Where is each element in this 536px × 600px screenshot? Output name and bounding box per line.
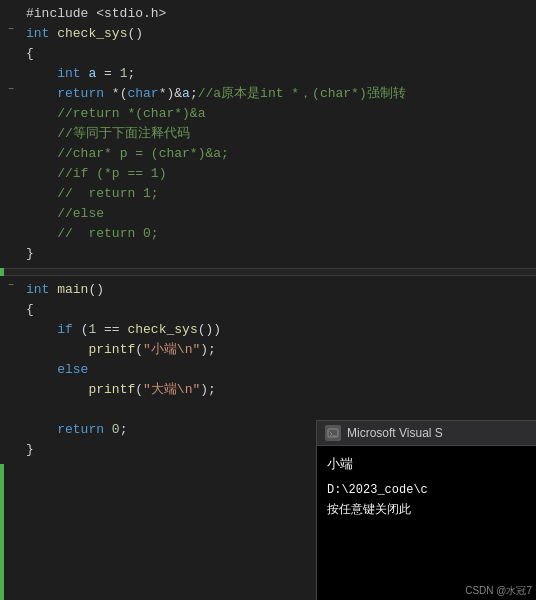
section-divider: [0, 268, 536, 276]
popup-title-bar: Microsoft Visual S: [317, 421, 536, 446]
terminal-icon: [325, 425, 341, 441]
line-content: {: [22, 300, 536, 320]
code-line: {: [0, 300, 536, 320]
csdn-watermark: CSDN @水冠7: [465, 584, 532, 598]
line-content: printf("大端\n");: [22, 380, 536, 400]
code-line: #include <stdio.h>: [0, 4, 536, 24]
code-line: if (1 == check_sys()): [0, 320, 536, 340]
code-line: int a = 1;: [0, 64, 536, 84]
line-content: printf("小端\n");: [22, 340, 536, 360]
code-line: − int main(): [0, 280, 536, 300]
collapse-icon[interactable]: −: [5, 24, 17, 36]
code-line: [0, 400, 536, 420]
code-line: //return *(char*)&a: [0, 104, 536, 124]
line-content: //else: [22, 204, 536, 224]
popup-output: 小端: [327, 454, 526, 476]
line-content: {: [22, 44, 536, 64]
popup-content: 小端 D:\2023_code\c 按任意键关闭此: [317, 446, 536, 528]
popup-title: Microsoft Visual S: [347, 426, 443, 440]
popup-path: D:\2023_code\c: [327, 480, 526, 500]
collapse-icon[interactable]: −: [5, 84, 17, 96]
gutter-collapse[interactable]: −: [0, 84, 22, 96]
code-line: //if (*p == 1): [0, 164, 536, 184]
terminal-popup: Microsoft Visual S 小端 D:\2023_code\c 按任意…: [316, 420, 536, 600]
line-content: }: [22, 244, 536, 264]
code-line: //char* p = (char*)&a;: [0, 144, 536, 164]
line-content: //if (*p == 1): [22, 164, 536, 184]
line-content: int check_sys(): [22, 24, 536, 44]
code-line: //else: [0, 204, 536, 224]
code-line: − int check_sys(): [0, 24, 536, 44]
code-line: //等同于下面注释代码: [0, 124, 536, 144]
code-line: // return 1;: [0, 184, 536, 204]
code-line: − return *(char*)&a;//a原本是int *，(char*)强…: [0, 84, 536, 104]
line-content: return *(char*)&a;//a原本是int *，(char*)强制转: [22, 84, 536, 104]
line-content: //char* p = (char*)&a;: [22, 144, 536, 164]
line-content: // return 0;: [22, 224, 536, 244]
code-line: // return 0;: [0, 224, 536, 244]
line-content: #include <stdio.h>: [22, 4, 536, 24]
line-content: else: [22, 360, 536, 380]
line-content: // return 1;: [22, 184, 536, 204]
gutter-collapse[interactable]: −: [0, 280, 22, 292]
code-section-1: #include <stdio.h> − int check_sys() { i…: [0, 0, 536, 268]
line-content: if (1 == check_sys()): [22, 320, 536, 340]
popup-close-hint: 按任意键关闭此: [327, 500, 526, 520]
line-content: //return *(char*)&a: [22, 104, 536, 124]
line-content: [22, 400, 536, 420]
code-line: {: [0, 44, 536, 64]
collapse-icon[interactable]: −: [5, 280, 17, 292]
code-line: else: [0, 360, 536, 380]
editor-area: #include <stdio.h> − int check_sys() { i…: [0, 0, 536, 600]
code-line: printf("小端\n");: [0, 340, 536, 360]
code-line: }: [0, 244, 536, 264]
line-content: //等同于下面注释代码: [22, 124, 536, 144]
gutter-collapse[interactable]: −: [0, 24, 22, 36]
code-line: printf("大端\n");: [0, 380, 536, 400]
line-content: int a = 1;: [22, 64, 536, 84]
line-content: int main(): [22, 280, 536, 300]
